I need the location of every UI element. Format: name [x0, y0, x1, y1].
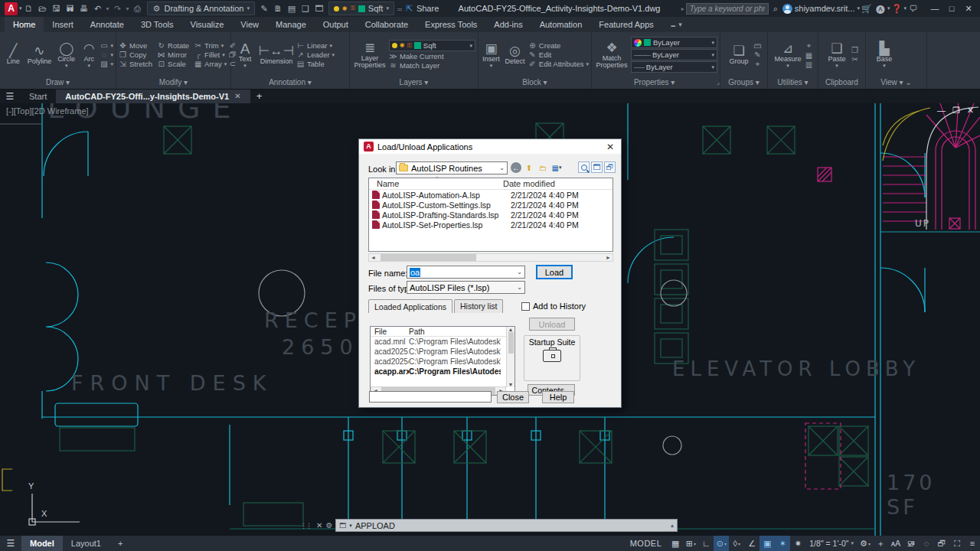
plot-icon[interactable]: 🖶 [77, 4, 91, 13]
edit-attributes-button[interactable]: ✐Edit Attributes ▾ [528, 60, 589, 68]
annotation-autoscale-icon[interactable]: ✷ [790, 536, 805, 551]
units-icon[interactable]: 🗚 [888, 536, 903, 551]
save-as-icon[interactable]: 🖬 [64, 4, 77, 13]
grid-toggle-icon[interactable]: ▦ [668, 536, 683, 551]
rectangle-icon[interactable]: ▭ [100, 41, 108, 50]
tab-document[interactable]: AutoCAD-FY25-Offi...y-Insights-Demo-V1 ✕ [56, 90, 250, 103]
undo-icon[interactable]: ↶ [91, 4, 105, 14]
create-block-button[interactable]: ⊕Create [528, 41, 589, 50]
command-expand-icon[interactable]: ▴ [671, 522, 674, 529]
panel-title-layers[interactable]: Layers ▾ [350, 77, 478, 89]
id-point-icon[interactable]: ▥ [805, 60, 813, 69]
group-select-icon[interactable]: ⌖ [753, 60, 762, 69]
stretch-button[interactable]: ⇲Stretch [119, 60, 152, 68]
quick-properties-icon[interactable]: 🖳 [903, 536, 919, 551]
tab-3d-tools[interactable]: 3D Tools [132, 17, 182, 32]
array-button[interactable]: ▦Array ▾ [194, 60, 227, 68]
move-button[interactable]: ✥Move [119, 41, 152, 50]
file-row[interactable]: AutoLISP-Drafting-Standards.lsp 2/21/202… [369, 210, 612, 220]
layout-menu-icon[interactable]: ☰ [0, 536, 21, 551]
edit-block-button[interactable]: ✎Edit [528, 51, 589, 59]
workspace-gear-icon[interactable]: ⚙▾ [858, 536, 873, 551]
share-icon[interactable]: ⇱ [403, 4, 416, 14]
viewport-controls[interactable]: [-][Top][2D Wireframe] [6, 106, 89, 116]
pen-icon[interactable]: ✎ [257, 4, 271, 14]
customization-menu-icon[interactable]: ≡ [965, 536, 980, 551]
search-collapse-icon[interactable]: ▸ [680, 5, 686, 12]
table-button[interactable]: ▤Table [296, 60, 335, 68]
look-in-combo[interactable]: AutoLISP Routines ⌄ [396, 161, 508, 174]
avatar[interactable] [782, 4, 792, 14]
file-list[interactable]: Name ⌃ Date modified AutoLISP-Automation… [368, 178, 613, 252]
command-grip-icon[interactable]: ⋮⋮ [300, 522, 311, 530]
redo-icon[interactable]: ↷ [111, 4, 125, 14]
up-one-level-icon[interactable]: ⬆ [523, 161, 535, 174]
tab-add-ins[interactable]: Add-ins [485, 17, 531, 32]
linetype-combo[interactable]: – – – ByLayer ▾ [631, 61, 717, 73]
panel-title-view[interactable]: View ▾ ⌄ [866, 77, 926, 89]
save-icon[interactable]: 🖫 [50, 4, 64, 13]
command-close-icon[interactable]: ✕ [316, 521, 322, 530]
rotate-button[interactable]: ↻Rotate [157, 41, 189, 50]
base-button[interactable]: ▙ Base ▾ [872, 41, 897, 69]
tab-visualize[interactable]: Visualize [182, 17, 233, 32]
search-input[interactable] [686, 3, 769, 15]
help-icon[interactable]: ❓ [890, 4, 903, 14]
maximize-button[interactable]: □ [943, 4, 960, 13]
tab-manage[interactable]: Manage [267, 17, 315, 32]
tab-view[interactable]: View [232, 17, 267, 32]
tab-start[interactable]: Start [20, 90, 56, 103]
insert-button[interactable]: ▣ Insert ▾ [481, 41, 501, 69]
panel-title-clipboard[interactable]: Clipboard [818, 77, 865, 89]
workspace-switcher[interactable]: ⚙ Drafting & Annotation ▾ [147, 2, 255, 15]
views-icon[interactable]: ▦▾ [550, 161, 563, 174]
loaded-row[interactable]: acad.mnl C:\Program Files\Autodesk\AutoC… [371, 337, 514, 347]
hatch-icon[interactable]: ▨ [100, 60, 108, 68]
scroll-left-icon[interactable]: ◄ [369, 255, 377, 260]
load-button[interactable]: Load [537, 266, 572, 279]
redo-caret-icon[interactable]: ▾ [125, 5, 131, 12]
scroll-right-icon[interactable]: ► [604, 255, 612, 260]
panel-title-utilities[interactable]: Utilities ▾ [768, 77, 818, 89]
new-tab-button[interactable]: + [250, 90, 269, 103]
file-tab-menu-icon[interactable]: ☰ [0, 90, 20, 103]
tab-express-tools[interactable]: Express Tools [416, 17, 485, 32]
qat-more-icon[interactable]: ⚌ [397, 5, 403, 12]
tab-home[interactable]: Home [5, 17, 44, 32]
file-row[interactable]: AutoLISP-Set-Properties.lsp 2/21/2024 4:… [369, 220, 612, 230]
add-to-history-checkbox[interactable] [521, 302, 530, 311]
text-button[interactable]: A Text ▾ [234, 41, 256, 69]
model-tab[interactable]: Model [21, 536, 63, 551]
minimize-button[interactable]: — [926, 4, 943, 13]
snap-toggle-icon[interactable]: ⊞▾ [683, 536, 698, 551]
command-line-bar[interactable]: ⋮⋮ ✕ ⚙ 🗔 ▾ APPLOAD ▴ [300, 519, 678, 532]
panel-title-annotation[interactable]: Annotation ▾ [231, 77, 349, 89]
scroll-up-icon[interactable]: ▲ [507, 327, 515, 332]
loaded-row[interactable]: acad2025.L... C:\Program Files\Autodesk\… [371, 347, 514, 357]
web-search-icon[interactable] [578, 161, 590, 173]
layer-combo[interactable]: ✺ ⚿ Sqft ▾ [389, 40, 475, 51]
column-date-modified[interactable]: Date modified [503, 179, 555, 188]
tab-automation[interactable]: Automation [531, 17, 591, 32]
fillet-button[interactable]: ╭Fillet ▾ [194, 51, 227, 59]
scale-button[interactable]: ⊡Scale [157, 60, 189, 68]
panel-title-draw[interactable]: Draw ▾ [0, 77, 116, 89]
trim-button[interactable]: ✂Trim ▾ [194, 41, 227, 50]
column-file[interactable]: File [371, 328, 409, 336]
isodraft-icon[interactable]: ◊▾ [729, 536, 744, 551]
file-row[interactable]: AutoLISP-Custom-Settings.lsp 2/21/2024 4… [369, 200, 612, 210]
scroll-thumb[interactable] [381, 254, 476, 261]
close-button[interactable]: ✕ [960, 4, 977, 14]
copy-button[interactable]: ❐Copy [119, 51, 152, 59]
share-label[interactable]: Share [416, 4, 439, 13]
make-current-button[interactable]: ≫Make Current [389, 52, 475, 60]
panel-title-properties[interactable]: Properties ▾ ⌟ [592, 77, 720, 89]
close-dialog-button[interactable]: Close [497, 391, 529, 403]
loaded-list-vscrollbar[interactable]: ▲ ▼ [506, 327, 514, 387]
osnap-toggle-icon[interactable]: ▣ [760, 536, 775, 551]
match-properties-button[interactable]: ❖ Match Properties [594, 41, 629, 70]
detect-button[interactable]: ◎ Detect [503, 44, 527, 65]
layer-properties-button[interactable]: ≣ Layer Properties [352, 41, 387, 70]
tab-close-icon[interactable]: ✕ [234, 90, 240, 103]
feedback-icon[interactable]: 🗩 [906, 4, 920, 13]
